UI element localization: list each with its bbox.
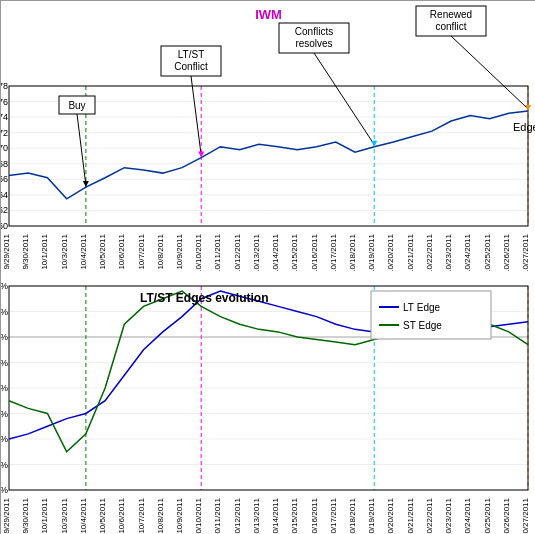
main-container [0,0,535,534]
bottom-chart [1,271,534,533]
top-chart [1,1,534,271]
